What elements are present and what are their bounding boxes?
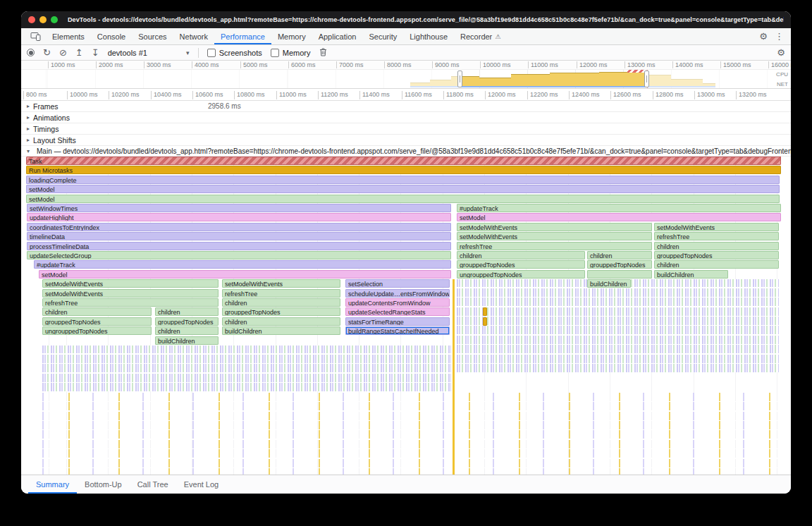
window-handle-left[interactable]	[457, 71, 462, 87]
flame-bar[interactable]: refreshTree	[42, 298, 219, 307]
flame-bar[interactable]: children	[654, 260, 779, 269]
flame-bar[interactable]: #updateTrack	[457, 204, 781, 212]
flame-bar[interactable]: updateSelectedRangeStats	[345, 307, 450, 316]
tab-sources[interactable]: Sources	[132, 28, 173, 44]
flame-bar[interactable]: setSelection	[345, 279, 450, 288]
flame-bar[interactable]: grouppedTopNodes	[587, 260, 652, 269]
load-profile-icon[interactable]: ↥	[75, 48, 83, 57]
flame-bar[interactable]: setModelWithEvents	[457, 232, 652, 240]
checkbox-box[interactable]	[207, 49, 216, 57]
flame-bar[interactable]: #updateTrack	[34, 260, 451, 269]
flame-bar[interactable]: children	[42, 307, 152, 316]
details-tab-summary[interactable]: Summary	[28, 475, 77, 494]
memory-checkbox[interactable]: Memory	[271, 49, 311, 57]
flame-bar[interactable]	[587, 270, 652, 279]
tab-network[interactable]: Network	[173, 28, 214, 44]
flame-bar[interactable]: refreshTree	[457, 242, 652, 250]
flame-bar[interactable]	[483, 317, 487, 326]
trash-icon[interactable]	[319, 48, 327, 58]
flame-bar[interactable]: grouppedTopNodes	[155, 317, 219, 326]
profile-select[interactable]: devtools #1 ▾	[108, 49, 190, 57]
details-tab-call-tree[interactable]: Call Tree	[130, 475, 176, 494]
flame-bar[interactable]: buildChildren	[155, 336, 219, 345]
track-layout-shifts[interactable]: ▸Layout Shifts	[21, 135, 791, 146]
flame-bar[interactable]: loadingComplete	[26, 176, 780, 184]
details-tab-bottom-up[interactable]: Bottom-Up	[77, 475, 130, 494]
flame-bar[interactable]: children	[155, 326, 219, 335]
flame-bar[interactable]: setModel	[26, 185, 780, 193]
flame-bar[interactable]: Run Microtasks	[26, 166, 781, 174]
checkbox-box[interactable]	[271, 49, 279, 57]
flame-bar[interactable]: coordinatesToEntryIndex	[27, 223, 451, 231]
flame-bar[interactable]: updateHighlight	[27, 213, 451, 221]
flame-bar[interactable]: processTimelineData	[27, 242, 451, 250]
tab-application[interactable]: Application	[312, 28, 363, 44]
record-button[interactable]	[27, 49, 35, 56]
flame-bar[interactable]: children	[654, 242, 779, 250]
flame-bar[interactable]: grouppedTopNodes	[457, 260, 585, 269]
tab-performance[interactable]: Performance	[214, 28, 271, 44]
tab-console[interactable]: Console	[91, 28, 132, 44]
flame-chart[interactable]: TaskRun MicrotasksloadingCompletesetMode…	[21, 157, 791, 479]
close-button[interactable]	[28, 16, 35, 23]
tab-lighthouse[interactable]: Lighthouse	[403, 28, 454, 44]
reload-and-record-icon[interactable]: ↻	[43, 48, 51, 57]
flame-bar[interactable]: children	[222, 298, 340, 307]
settings-gear-icon[interactable]: ⚙	[759, 31, 768, 42]
flame-minor-events[interactable]	[457, 279, 779, 372]
flame-bar[interactable]: buildChildren	[222, 326, 340, 335]
save-profile-icon[interactable]: ↧	[92, 48, 99, 57]
track-frames[interactable]: ▸Frames2958.6 ms	[21, 101, 791, 112]
flame-bar[interactable]: grouppedTopNodes	[42, 317, 152, 326]
tab-security[interactable]: Security	[362, 28, 403, 44]
flame-minor-events[interactable]	[453, 279, 455, 476]
flame-bar[interactable]: setModelWithEvents	[654, 223, 779, 231]
flame-bar[interactable]: setModel	[26, 195, 780, 203]
flame-bar[interactable]: setModel	[39, 270, 451, 279]
flame-bar[interactable]: refreshTree	[654, 232, 779, 240]
track-timings[interactable]: ▸Timings	[21, 123, 791, 135]
clear-recording-icon[interactable]: ⊘	[59, 48, 67, 57]
flame-bar[interactable]: scheduleUpdate…entsFromWindow	[345, 289, 450, 298]
details-tab-event-log[interactable]: Event Log	[176, 475, 227, 494]
track-animations[interactable]: ▸Animations	[21, 112, 791, 123]
window-handle-right[interactable]	[644, 71, 649, 87]
flame-bar[interactable]: setWindowTimes	[27, 204, 451, 212]
zoom-button[interactable]	[51, 16, 58, 23]
flame-bar[interactable]: children	[587, 251, 652, 259]
flame-bar[interactable]: children	[155, 307, 219, 316]
flame-minor-events[interactable]	[42, 345, 451, 391]
main-thread-header[interactable]: ▾ Main — devtools://devtools/bundled/dev…	[21, 146, 791, 157]
flame-bar[interactable]: setModel	[457, 213, 781, 221]
tab-recorder[interactable]: Recorder⚠	[454, 28, 507, 44]
flame-bar[interactable]: grouppedTopNodes	[654, 251, 779, 259]
flame-bar[interactable]: Task	[26, 157, 781, 165]
flame-bar[interactable]: updateSelectedGroup	[27, 251, 451, 259]
tab-memory[interactable]: Memory	[271, 28, 312, 44]
flame-bar[interactable]: statsForTimeRange	[345, 317, 450, 326]
tab-elements[interactable]: Elements	[46, 28, 91, 44]
flame-bar[interactable]: buildChildren	[587, 279, 631, 288]
overview-chart[interactable]: CPU NET	[21, 70, 791, 89]
flame-bar[interactable]: setModelWithEvents	[222, 279, 340, 288]
capture-settings-gear-icon[interactable]: ⚙	[777, 48, 785, 57]
flame-bar[interactable]: children	[222, 317, 340, 326]
flame-bar[interactable]: setModelWithEvents	[457, 223, 652, 231]
flame-bar[interactable]: buildRangeStatsCacheIfNeeded	[345, 326, 450, 335]
flame-bar[interactable]: children	[457, 251, 585, 259]
flame-bar[interactable]: ungrouppedTopNodes	[457, 270, 585, 279]
more-menu-icon[interactable]: ⋮	[775, 31, 784, 42]
flame-bar[interactable]: grouppedTopNodes	[222, 307, 340, 316]
flame-minor-events[interactable]	[42, 393, 780, 477]
flame-bar[interactable]: timelineData	[27, 232, 451, 240]
screenshots-checkbox[interactable]: Screenshots	[207, 49, 262, 57]
flame-bar[interactable]: setModelWithEvents	[42, 289, 219, 298]
flame-bar[interactable]: updateContentsFromWindow	[345, 298, 450, 307]
device-toolbar-icon[interactable]	[25, 28, 46, 44]
flame-bar[interactable]	[483, 307, 487, 316]
flame-bar[interactable]: setModelWithEvents	[42, 279, 219, 288]
flame-bar[interactable]: refreshTree	[222, 289, 340, 298]
flame-bar[interactable]: ungrouppedTopNodes	[42, 326, 152, 335]
minimize-button[interactable]	[39, 16, 47, 23]
flame-bar[interactable]: buildChildren	[654, 270, 728, 279]
